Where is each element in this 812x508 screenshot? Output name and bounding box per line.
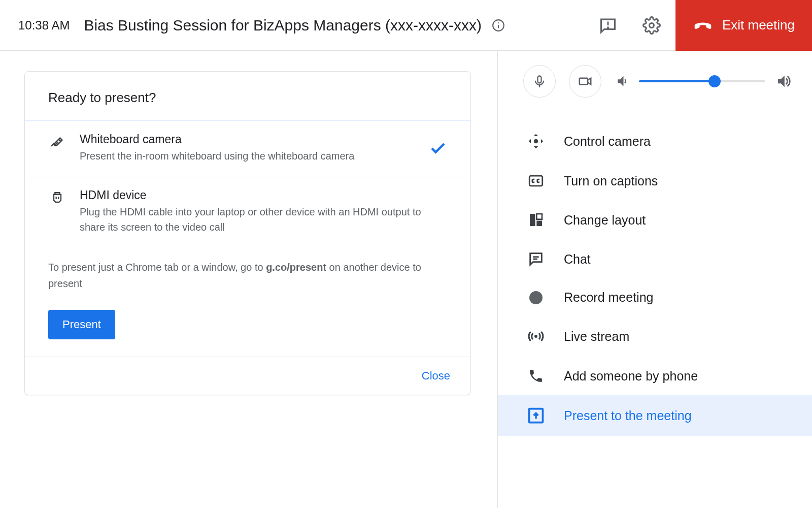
close-button[interactable]: Close <box>422 369 450 383</box>
exit-meeting-button[interactable]: Exit meeting <box>675 0 812 51</box>
menu-add-phone[interactable]: Add someone by phone <box>498 357 812 395</box>
svg-point-5 <box>649 23 654 27</box>
check-icon <box>429 139 447 157</box>
volume-high-icon <box>774 73 792 90</box>
svg-rect-14 <box>536 214 542 219</box>
hangup-icon <box>693 15 713 36</box>
settings-icon[interactable] <box>632 16 671 35</box>
card-title: Ready to present? <box>25 72 470 120</box>
camera-toggle[interactable] <box>569 65 601 98</box>
svg-point-2 <box>498 22 499 23</box>
svg-rect-8 <box>538 76 542 83</box>
menu-label: Present to the meeting <box>564 408 692 423</box>
option-hdmi-device[interactable]: HDMI device Plug the HDMI cable into you… <box>25 176 470 247</box>
live-stream-icon <box>525 327 547 345</box>
menu-label: Turn on captions <box>564 174 658 188</box>
mic-toggle[interactable] <box>523 65 556 98</box>
menu-label: Chat <box>564 252 591 267</box>
menu-captions[interactable]: Turn on captions <box>498 161 812 201</box>
volume-thumb[interactable] <box>708 75 721 87</box>
svg-rect-12 <box>529 176 543 186</box>
option-title: HDMI device <box>80 188 447 202</box>
menu-label: Add someone by phone <box>564 369 698 384</box>
chat-icon <box>525 250 547 268</box>
topbar: 10:38 AM Bias Busting Session for BizApp… <box>0 0 812 51</box>
option-title: Whiteboard camera <box>80 133 416 146</box>
option-desc: Plug the HDMI cable into your laptop or … <box>80 204 447 235</box>
menu-control-camera[interactable]: Control camera <box>498 121 812 161</box>
layout-icon <box>525 212 547 228</box>
svg-rect-15 <box>536 220 542 226</box>
svg-rect-10 <box>580 78 588 85</box>
svg-point-18 <box>534 335 537 338</box>
menu-record[interactable]: Record meeting <box>498 279 812 316</box>
info-icon[interactable] <box>492 19 505 32</box>
present-button[interactable]: Present <box>48 310 115 339</box>
present-card: Ready to present? Whiteboard camera Pres… <box>24 71 471 395</box>
side-panel: Control camera Turn on captions Change l… <box>497 51 812 508</box>
side-menu: Control camera Turn on captions Change l… <box>498 112 812 445</box>
phone-icon <box>525 368 547 384</box>
menu-label: Change layout <box>564 213 646 228</box>
menu-label: Control camera <box>564 134 651 149</box>
menu-present[interactable]: Present to the meeting <box>498 395 812 436</box>
menu-layout[interactable]: Change layout <box>498 201 812 239</box>
menu-label: Live stream <box>564 329 629 344</box>
present-note: To present just a Chrome tab or a window… <box>25 247 470 297</box>
option-desc: Present the in-room whiteboard using the… <box>80 148 416 164</box>
volume-slider[interactable] <box>639 80 765 82</box>
volume-track <box>639 80 715 82</box>
menu-label: Record meeting <box>564 290 653 305</box>
meeting-title: Bias Busting Session for BizApps Manager… <box>84 17 482 34</box>
main-content: Ready to present? Whiteboard camera Pres… <box>0 51 497 508</box>
control-camera-icon <box>525 133 547 150</box>
present-icon <box>525 406 547 425</box>
record-icon <box>525 291 547 304</box>
captions-icon <box>525 172 547 189</box>
exit-label: Exit meeting <box>722 17 795 33</box>
hdmi-icon <box>48 188 66 208</box>
feedback-icon[interactable] <box>588 16 628 35</box>
option-whiteboard-camera[interactable]: Whiteboard camera Present the in-room wh… <box>24 120 471 176</box>
whiteboard-icon <box>48 133 66 151</box>
camera-icon <box>578 74 593 89</box>
svg-rect-13 <box>530 214 535 226</box>
svg-point-4 <box>607 27 608 28</box>
volume-low-icon <box>615 74 630 89</box>
menu-live-stream[interactable]: Live stream <box>498 316 812 357</box>
clock: 10:38 AM <box>18 18 70 33</box>
mic-icon <box>532 74 547 88</box>
svg-point-11 <box>534 139 538 144</box>
menu-chat[interactable]: Chat <box>498 239 812 279</box>
side-controls <box>498 51 812 112</box>
